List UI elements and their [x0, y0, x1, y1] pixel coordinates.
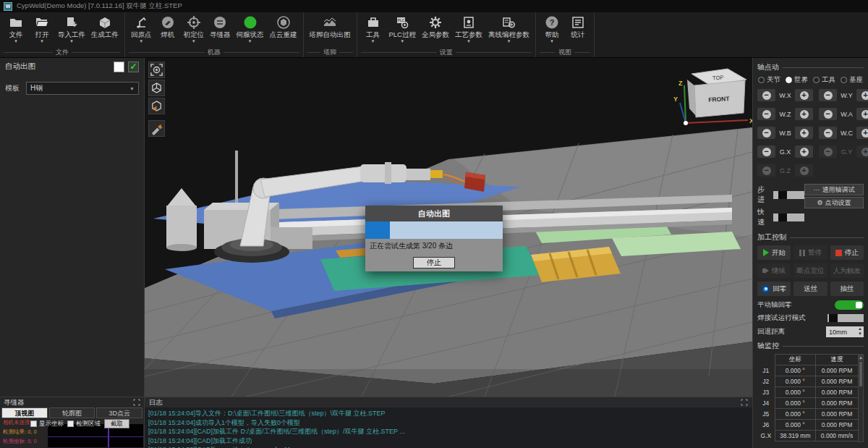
- fit-view-button[interactable]: [148, 62, 165, 78]
- capture-button[interactable]: 截取: [104, 419, 129, 428]
- dialog-stop-button[interactable]: 停止: [413, 257, 455, 269]
- translation-home-toggle[interactable]: [835, 300, 864, 310]
- log-expand-icon[interactable]: [741, 399, 748, 406]
- seam-tab[interactable]: 轮廓图: [49, 407, 95, 418]
- minus-icon: −: [762, 91, 771, 100]
- jog-minus-button[interactable]: −: [819, 127, 837, 139]
- trigger-button[interactable]: 人为触发: [830, 263, 864, 278]
- stop-button[interactable]: 停止: [830, 245, 864, 260]
- ribbon-button-label: 生成工件: [91, 30, 119, 38]
- monitor-column-header: 速度: [816, 355, 859, 365]
- ribbon-button[interactable]: 伺服状态▾: [234, 14, 266, 44]
- ribbon-button[interactable]: 点云重建: [268, 14, 299, 44]
- fast-slider[interactable]: [773, 214, 804, 221]
- jog-mode-radio[interactable]: 工具: [813, 75, 835, 85]
- monitor-speed-value: 0.000 RPM: [816, 420, 859, 431]
- jog-mode-group: 关节世界工具基座: [758, 75, 863, 85]
- ribbon-button-label: 离线编程参数: [488, 30, 529, 38]
- step-slider[interactable]: [773, 191, 804, 199]
- torch-tip: [430, 170, 443, 178]
- camera-checkbox[interactable]: 显示坐标: [30, 420, 64, 428]
- seam-icon: [213, 14, 227, 30]
- monitor-section-header: 轴监控: [757, 341, 864, 351]
- wire-feed-button[interactable]: 送丝: [793, 282, 827, 296]
- ribbon-button[interactable]: 工具▾: [361, 14, 386, 44]
- breakpoint-button[interactable]: 断点定位: [793, 263, 827, 278]
- ribbon-button[interactable]: 全局参数: [420, 14, 451, 44]
- torch-icon: [150, 122, 163, 135]
- plus-icon: +: [800, 166, 809, 175]
- ribbon-button[interactable]: 塔脚自动出图: [307, 14, 353, 44]
- jog-mode-radio[interactable]: 关节: [758, 75, 780, 85]
- seam-tab[interactable]: 3D点云: [96, 407, 142, 418]
- jog-mode-radio[interactable]: 基座: [841, 75, 863, 85]
- section-view-button[interactable]: [148, 98, 165, 114]
- monitor-coordinate-value: 0.000 °: [775, 420, 816, 431]
- jog-minus-button[interactable]: −: [757, 127, 775, 139]
- jog-mode-radio[interactable]: 世界: [786, 75, 808, 85]
- auto-draw-checkbox-blank[interactable]: [114, 62, 124, 72]
- jog-plus-button[interactable]: +: [795, 108, 813, 120]
- progress-fill: [365, 221, 390, 239]
- jog-plus-button[interactable]: +: [856, 89, 868, 101]
- jog-settings-button[interactable]: ⚙点动设置: [804, 197, 864, 208]
- ribbon-button[interactable]: 工艺参数▾: [453, 14, 485, 44]
- template-select[interactable]: H钢 ▼: [26, 82, 139, 95]
- jog-plus-button[interactable]: +: [856, 127, 868, 139]
- ribbon-button[interactable]: 离线编程参数▾: [486, 14, 532, 44]
- jog-axis-label: W.C: [839, 130, 854, 137]
- minus-icon: −: [762, 166, 771, 175]
- ribbon-button[interactable]: 打开▾: [30, 14, 54, 44]
- viewport-toolbar: [148, 62, 165, 138]
- retract-distance-spinner[interactable]: 10mm ▲▼: [826, 326, 864, 337]
- ribbon-button[interactable]: 导入工件▾: [56, 14, 88, 44]
- ribbon-button[interactable]: 生成工件: [89, 14, 121, 44]
- ribbon-button[interactable]: 统计: [566, 14, 590, 44]
- ribbon-button[interactable]: PLCPLC过程▾: [387, 14, 418, 44]
- monitor-scrollbar[interactable]: ▲: [858, 354, 864, 442]
- ribbon-button[interactable]: 回原点▾: [129, 14, 154, 44]
- monitor-speed-value: 0.000 mm/s: [816, 431, 859, 441]
- jog-minus-button[interactable]: −: [757, 145, 775, 158]
- ribbon-button[interactable]: 初定位▾: [182, 14, 207, 44]
- ribbon-button[interactable]: 焊机: [156, 14, 180, 44]
- plus-icon: +: [861, 91, 868, 100]
- jog-axis-cell: −G.Z+: [757, 164, 813, 177]
- spinner-arrows-icon[interactable]: ▲▼: [858, 326, 862, 337]
- jog-plus-button[interactable]: +: [795, 127, 813, 139]
- start-button[interactable]: 开始: [757, 245, 791, 260]
- jog-plus-button[interactable]: +: [856, 108, 868, 120]
- jog-minus-button[interactable]: −: [757, 89, 775, 101]
- monitor-axis-name: G.X: [757, 431, 775, 441]
- auto-draw-checkbox-checked[interactable]: ✓: [128, 62, 139, 72]
- jog-plus-button[interactable]: +: [795, 145, 813, 158]
- jog-axis-cell: −G.X+: [757, 145, 813, 158]
- seam-tab[interactable]: 顶视图: [1, 407, 48, 418]
- jog-axis-label: W.B: [778, 130, 793, 137]
- template-label: 模板: [5, 83, 20, 93]
- home-button[interactable]: 回零: [757, 282, 791, 296]
- dropdown-arrow-icon: ▾: [372, 38, 375, 44]
- resume-button[interactable]: 继续: [757, 263, 791, 278]
- jog-minus-button[interactable]: −: [819, 108, 837, 120]
- jog-minus-button[interactable]: −: [757, 108, 775, 120]
- jog-plus-button: +: [856, 145, 868, 158]
- jog-plus-button[interactable]: +: [795, 89, 813, 101]
- ribbon-button[interactable]: 文件▾: [4, 14, 28, 44]
- pause-button[interactable]: 暂停: [793, 245, 827, 260]
- checkbox-label: 显示坐标: [39, 420, 64, 428]
- ribbon-button[interactable]: 寻缝器: [208, 14, 233, 44]
- wire-retract-button[interactable]: 抽丝: [830, 282, 864, 296]
- jog-axis-cell: −G.Y+: [819, 145, 868, 158]
- jog-minus-button[interactable]: −: [819, 89, 837, 101]
- ribbon-button[interactable]: ?帮助▾: [540, 14, 564, 44]
- axis-debug-button[interactable]: ···通用轴调试: [804, 184, 864, 195]
- expand-icon[interactable]: [133, 399, 140, 406]
- torch-sim-button[interactable]: [148, 120, 165, 137]
- monitor-coordinate-value: 0.000 °: [775, 376, 816, 387]
- scroll-up-icon[interactable]: ▲: [859, 355, 863, 361]
- fit-view-icon: [150, 63, 163, 77]
- orbit-view-button[interactable]: [148, 80, 165, 96]
- trial-mode-toggle[interactable]: [827, 314, 864, 322]
- camera-checkbox[interactable]: 检测区域: [67, 420, 101, 428]
